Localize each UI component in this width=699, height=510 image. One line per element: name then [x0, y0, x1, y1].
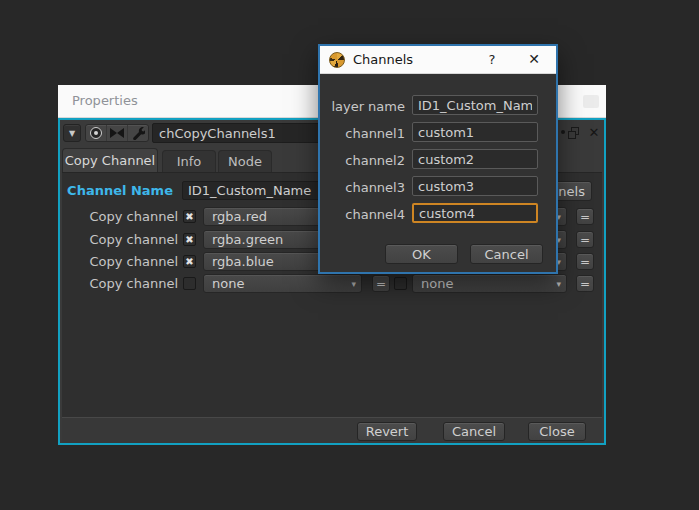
- copy-channel-checkbox[interactable]: ✖: [183, 255, 196, 268]
- equals-button[interactable]: =: [576, 275, 594, 292]
- copy-channel-checkbox[interactable]: ✖: [183, 210, 196, 223]
- toolbar-icon-group: [85, 124, 149, 142]
- channel1-input[interactable]: [412, 122, 538, 142]
- titlebar-detach-button[interactable]: [583, 95, 599, 108]
- layer-name-label: layer name: [320, 99, 405, 114]
- layer-name-input[interactable]: [412, 95, 538, 115]
- equals-button[interactable]: =: [576, 208, 594, 225]
- chevron-down-icon: ▾: [351, 279, 356, 289]
- channel4-input[interactable]: [412, 203, 538, 223]
- dialog-ok-button[interactable]: OK: [385, 244, 458, 264]
- node-menu-button[interactable]: ▼: [63, 124, 81, 142]
- tab-copy-channel[interactable]: Copy Channel: [62, 148, 158, 172]
- float-panel-icon[interactable]: [568, 127, 581, 140]
- channel2-input[interactable]: [412, 149, 538, 169]
- copy-channel-label: Copy channel: [62, 232, 178, 247]
- tab-info[interactable]: Info: [162, 150, 216, 172]
- dialog-close-icon[interactable]: ✕: [526, 51, 542, 67]
- copy-channel-checkbox[interactable]: ✖: [183, 233, 196, 246]
- dialog-titlebar[interactable]: Channels ? ✕: [320, 46, 556, 74]
- chevron-down-icon: ▾: [556, 279, 561, 289]
- channel4-label: channel4: [320, 207, 405, 222]
- panel-close-icon[interactable]: ✕: [586, 125, 602, 141]
- revert-button[interactable]: Revert: [357, 422, 417, 441]
- channel2-label: channel2: [320, 153, 405, 168]
- dialog-cancel-button[interactable]: Cancel: [470, 244, 543, 264]
- equals-button[interactable]: =: [576, 253, 594, 270]
- close-button[interactable]: Close: [528, 422, 586, 441]
- equals-button[interactable]: =: [576, 231, 594, 248]
- channels-dialog: Channels ? ✕ layer name channel1 channel…: [318, 44, 558, 274]
- channel3-label: channel3: [320, 180, 405, 195]
- equals-button[interactable]: =: [372, 275, 390, 292]
- copy-channel-checkbox[interactable]: [183, 277, 196, 290]
- copy-channel-label: Copy channel: [62, 254, 178, 269]
- nuke-logo-icon: [329, 52, 345, 68]
- dialog-help-icon[interactable]: ?: [485, 52, 499, 67]
- dialog-title: Channels: [353, 52, 413, 67]
- menu-triangle-icon: ▼: [69, 129, 75, 138]
- properties-window-title: Properties: [72, 93, 138, 108]
- center-node-icon: [90, 127, 102, 139]
- source-channel-dropdown[interactable]: none ▾: [203, 274, 362, 293]
- channel1-label: channel1: [320, 126, 405, 141]
- copy-channel-label: Copy channel: [62, 276, 178, 291]
- channel-name-label: Channel Name: [62, 183, 173, 198]
- cancel-button[interactable]: Cancel: [443, 422, 505, 441]
- settings-button[interactable]: [128, 125, 148, 141]
- node-bowtie-icon: [109, 127, 125, 139]
- panel-footer: Revert Cancel Close: [62, 417, 602, 443]
- dest-checkbox[interactable]: [394, 277, 407, 290]
- wrench-icon: [132, 126, 145, 140]
- center-node-button[interactable]: [86, 125, 107, 141]
- channel3-input[interactable]: [412, 176, 538, 196]
- partial-toolbar-icon: [561, 130, 565, 134]
- copy-channel-label: Copy channel: [62, 209, 178, 224]
- desktop-background: Properties ▼: [0, 0, 699, 510]
- tab-node[interactable]: Node: [218, 150, 272, 172]
- node-graph-button[interactable]: [107, 125, 128, 141]
- dest-channel-dropdown[interactable]: none ▾: [412, 274, 567, 293]
